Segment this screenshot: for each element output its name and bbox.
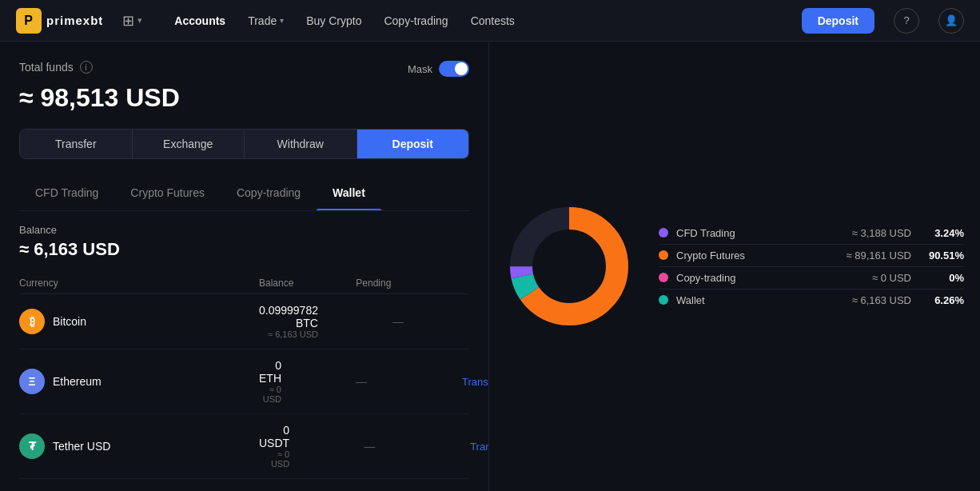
legend-right: ≈ 3,188 USD 3.24%: [852, 227, 964, 239]
transfer-link[interactable]: Transfer: [470, 441, 489, 453]
transfer-cell: Transfer: [449, 440, 489, 453]
legend-item: Crypto Futures ≈ 89,161 USD 90.51%: [659, 245, 964, 267]
action-btn-exchange[interactable]: Exchange: [133, 130, 245, 158]
legend-pct: 3.24%: [924, 227, 964, 239]
legend-pct: 90.51%: [924, 249, 964, 261]
th-pending: Pending: [293, 277, 453, 289]
currency-cell: ₿ Bitcoin: [19, 309, 259, 334]
legend-name: Crypto Futures: [676, 249, 745, 261]
help-icon[interactable]: ?: [894, 8, 919, 34]
legend-usd: ≈ 0 USD: [872, 272, 911, 284]
legend-right: ≈ 89,161 USD 90.51%: [846, 249, 964, 261]
coin-icon-eth: Ξ: [19, 369, 45, 394]
action-btn-withdraw[interactable]: Withdraw: [245, 130, 357, 158]
nav-deposit-button[interactable]: Deposit: [802, 8, 874, 34]
legend-left: CFD Trading: [659, 227, 735, 239]
info-icon[interactable]: i: [80, 61, 93, 74]
table-body: ₿ Bitcoin 0.09999782 BTC ≈ 6,163 USD — T…: [19, 294, 469, 491]
legend-pct: 0%: [924, 272, 964, 284]
balance-cell: 0 ETH ≈ 0 USD: [259, 359, 281, 404]
currency-name: Ethereum: [53, 375, 102, 388]
balance-cell: 0.09999782 BTC ≈ 6,163 USD: [259, 304, 318, 339]
logo-text: primexbt: [46, 14, 103, 27]
tabs-row: CFD TradingCrypto FuturesCopy-tradingWal…: [19, 175, 469, 211]
nav-trade[interactable]: Trade ▾: [238, 10, 293, 32]
mask-label: Mask: [408, 63, 432, 75]
logo-icon: P: [16, 8, 42, 34]
nav-accounts[interactable]: Accounts: [165, 10, 235, 32]
user-avatar[interactable]: 👤: [938, 8, 964, 34]
balance-secondary: ≈ 0 USD: [259, 449, 289, 469]
currency-table: Currency Balance Pending ₿ Bitcoin 0.099…: [19, 273, 469, 491]
nav-copy-trading[interactable]: Copy-trading: [374, 10, 457, 32]
transfer-link[interactable]: Transfer: [462, 376, 489, 388]
currency-name: Bitcoin: [53, 315, 86, 328]
legend-pct: 6.26%: [924, 294, 964, 306]
balance-amount: ≈ 6,163 USD: [19, 239, 469, 260]
transfer-cell: Transfer: [441, 375, 489, 388]
balance-primary: 0 USDT: [259, 424, 289, 449]
legend-name: Copy-trading: [676, 272, 735, 284]
trade-chevron: ▾: [280, 16, 284, 25]
total-amount: ≈ 98,513 USD: [19, 83, 469, 113]
table-row: ₿ Bitcoin 0.09999782 BTC ≈ 6,163 USD — T…: [19, 294, 469, 349]
logo[interactable]: P primexbt: [16, 8, 103, 34]
legend-dot: [659, 228, 668, 238]
coin-icon-btc: ₿: [19, 309, 45, 334]
balance-primary: 0.09999782 BTC: [259, 304, 318, 329]
main-content: Total funds i Mask ≈ 98,513 USD Transfer…: [0, 42, 980, 491]
nav-links: Accounts Trade ▾ Buy Crypto Copy-trading…: [165, 10, 524, 32]
transfer-cell: Transfer: [478, 315, 489, 328]
navbar: P primexbt ⊞ ▾ Accounts Trade ▾ Buy Cryp…: [0, 0, 980, 42]
tab-wallet[interactable]: Wallet: [317, 175, 381, 210]
th-balance: Balance: [259, 277, 293, 289]
legend-left: Wallet: [659, 294, 705, 306]
balance-section: Balance ≈ 6,163 USD Currency Balance Pen…: [19, 211, 469, 491]
legend-dot: [659, 250, 668, 260]
table-row: Ξ Ethereum 0 ETH ≈ 0 USD — Transfer Exch…: [19, 349, 469, 414]
balance-label: Balance: [19, 224, 469, 236]
left-panel: Total funds i Mask ≈ 98,513 USD Transfer…: [0, 42, 489, 491]
chart-legend: CFD Trading ≈ 3,188 USD 3.24% Crypto Fut…: [659, 222, 964, 311]
pending-cell: —: [318, 315, 478, 328]
grid-icon[interactable]: ⊞ ▾: [122, 12, 142, 30]
tab-cfdtrading[interactable]: CFD Trading: [19, 175, 114, 210]
legend-left: Crypto Futures: [659, 249, 745, 261]
pending-cell: —: [281, 375, 441, 388]
legend-usd: ≈ 3,188 USD: [852, 227, 911, 239]
table-header: Currency Balance Pending: [19, 273, 469, 294]
nav-buy-crypto[interactable]: Buy Crypto: [297, 10, 371, 32]
currency-cell: Ξ Ethereum: [19, 369, 259, 394]
currency-name: Tether USD: [53, 440, 110, 453]
tab-copytrading[interactable]: Copy-trading: [221, 175, 317, 210]
th-a1: [453, 277, 489, 289]
balance-secondary: ≈ 0 USD: [259, 385, 281, 404]
nav-contests[interactable]: Contests: [461, 10, 524, 32]
legend-name: Wallet: [676, 294, 705, 306]
legend-dot: [659, 273, 668, 282]
legend-usd: ≈ 6,163 USD: [852, 294, 911, 306]
action-btn-transfer[interactable]: Transfer: [20, 130, 133, 158]
total-funds-label: Total funds: [19, 61, 74, 74]
table-row: $ USD coin 0 USDC ≈ 0 USD — Transfer Exc…: [19, 479, 469, 491]
balance-secondary: ≈ 6,163 USD: [259, 329, 318, 339]
total-funds-header: Total funds i: [19, 61, 93, 74]
th-currency: Currency: [19, 277, 259, 289]
tab-cryptofutures[interactable]: Crypto Futures: [114, 175, 221, 210]
legend-item: CFD Trading ≈ 3,188 USD 3.24%: [659, 222, 964, 245]
balance-primary: 0 ETH: [259, 359, 281, 385]
legend-item: Copy-trading ≈ 0 USD 0%: [659, 267, 964, 289]
coin-icon-usdt: ₮: [19, 433, 45, 459]
legend-name: CFD Trading: [676, 227, 735, 239]
legend-right: ≈ 0 USD 0%: [872, 272, 964, 284]
mask-toggle[interactable]: [439, 61, 469, 77]
legend-left: Copy-trading: [659, 272, 735, 284]
action-btn-deposit[interactable]: Deposit: [357, 130, 469, 158]
donut-chart: [505, 202, 633, 330]
table-row: ₮ Tether USD 0 USDT ≈ 0 USD — Transfer E…: [19, 414, 469, 479]
currency-cell: ₮ Tether USD: [19, 433, 259, 459]
legend-usd: ≈ 89,161 USD: [846, 249, 911, 261]
chart-legend-row: CFD Trading ≈ 3,188 USD 3.24% Crypto Fut…: [505, 202, 964, 330]
right-panel: CFD Trading ≈ 3,188 USD 3.24% Crypto Fut…: [489, 42, 980, 491]
legend-right: ≈ 6,163 USD 6.26%: [852, 294, 964, 306]
